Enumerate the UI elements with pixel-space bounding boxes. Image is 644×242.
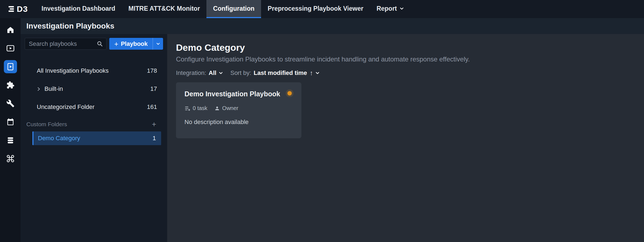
owner-info: Owner — [214, 105, 238, 111]
folder-item-demo-category[interactable]: Demo Category 1 — [32, 131, 161, 145]
folder-list: All Investigation Playbooks 178 Built-in… — [21, 64, 167, 145]
status-dot — [287, 91, 292, 95]
tab-label: MITRE ATT&CK Monitor — [128, 5, 200, 12]
person-icon — [214, 106, 220, 111]
sidebar-item-utilities[interactable] — [0, 94, 21, 112]
tab-configuration[interactable]: Configuration — [206, 0, 261, 18]
category-content: Demo Category Configure Investigation Pl… — [167, 34, 644, 242]
tab-label: Preprocessing Playbook Viewer — [268, 5, 363, 12]
search-box — [25, 38, 107, 50]
sidebar-item-incidents[interactable] — [0, 39, 21, 57]
tasks-icon — [184, 105, 191, 111]
chevron-right-icon[interactable] — [36, 86, 41, 92]
logo-mark-icon — [8, 5, 15, 13]
folder-item-all-investigation-playbooks[interactable]: All Investigation Playbooks 178 — [21, 64, 167, 78]
folder-count: 1 — [153, 135, 156, 142]
tab-label: Configuration — [213, 5, 254, 12]
folder-item-built-in[interactable]: Built-in 17 — [21, 82, 167, 96]
tab-report[interactable]: Report — [370, 0, 411, 18]
new-playbook-button[interactable]: + Playbook — [109, 38, 153, 50]
playbook-card[interactable]: Demo Investigation Playbook 0 task Owner — [176, 82, 301, 138]
chevron-down-icon — [219, 71, 223, 75]
owner-label: Owner — [222, 105, 238, 111]
folder-count: 178 — [147, 67, 157, 74]
category-title: Demo Category — [176, 42, 644, 53]
main-tabs: Investigation Dashboard MITRE ATT&CK Mon… — [35, 0, 410, 18]
playbook-card-title: Demo Investigation Playbook — [184, 90, 280, 98]
icon-sidebar — [0, 18, 21, 242]
plus-icon: + — [114, 41, 118, 47]
playbooks-panel: + Playbook All Investigation Playbooks 1… — [21, 34, 167, 242]
integration-filter-select[interactable]: All — [209, 69, 223, 77]
panel-toolbar: + Playbook — [25, 38, 163, 50]
command-icon — [6, 154, 15, 163]
task-count-label: 0 task — [193, 105, 207, 111]
data-stack-icon — [6, 136, 15, 144]
home-icon — [6, 26, 15, 34]
sidebar-item-data[interactable] — [0, 131, 21, 149]
chevron-down-icon — [315, 71, 320, 75]
new-playbook-split-button: + Playbook — [109, 38, 163, 50]
sort-select[interactable]: Last modified time ↑ — [254, 69, 320, 77]
sort-direction-icon[interactable]: ↑ — [310, 69, 313, 77]
page-title: Investigation Playbooks — [26, 22, 114, 30]
chevron-down-icon — [156, 42, 160, 46]
logo-text: D3 — [17, 4, 28, 14]
search-icon — [97, 41, 103, 47]
playbook-card-description: No description available — [184, 119, 293, 126]
integrations-icon — [6, 81, 15, 89]
folder-label: Built-in — [44, 85, 147, 92]
sidebar-item-integrations[interactable] — [0, 76, 21, 94]
playbook-card-meta: 0 task Owner — [184, 105, 293, 111]
chevron-down-icon — [399, 6, 404, 11]
add-folder-button[interactable]: + — [152, 120, 156, 129]
folder-label: All Investigation Playbooks — [37, 67, 147, 74]
category-subtitle: Configure Investigation Playbooks to str… — [176, 55, 644, 63]
folder-count: 17 — [150, 85, 157, 92]
integration-filter-value: All — [209, 69, 216, 77]
playbook-card-header: Demo Investigation Playbook — [184, 90, 293, 98]
folder-count: 161 — [147, 103, 157, 111]
sort-label: Sort by: — [230, 69, 251, 77]
page-header: Investigation Playbooks — [21, 18, 644, 34]
integration-filter-label: Integration: — [176, 69, 206, 77]
folder-label: Demo Category — [38, 135, 153, 142]
tab-preprocessing-playbook-viewer[interactable]: Preprocessing Playbook Viewer — [261, 0, 370, 18]
sidebar-item-playbooks[interactable] — [0, 57, 21, 76]
sidebar-item-schedule[interactable] — [0, 112, 21, 131]
new-playbook-dropdown-button[interactable] — [153, 38, 163, 50]
folder-label: Uncategorized Folder — [37, 103, 147, 111]
incidents-icon — [6, 44, 15, 53]
sort-value: Last modified time — [254, 69, 307, 77]
custom-folders-label: Custom Folders — [26, 121, 152, 128]
tab-mitre-attck-monitor[interactable]: MITRE ATT&CK Monitor — [122, 0, 207, 18]
search-input[interactable] — [25, 38, 107, 50]
sidebar-item-command[interactable] — [0, 149, 21, 168]
app-logo[interactable]: D3 — [0, 0, 35, 18]
playbooks-icon — [6, 63, 15, 71]
new-playbook-label: Playbook — [121, 40, 148, 47]
sidebar-item-home[interactable] — [0, 21, 21, 39]
tab-label: Investigation Dashboard — [41, 5, 115, 12]
tab-investigation-dashboard[interactable]: Investigation Dashboard — [35, 0, 122, 18]
task-count: 0 task — [184, 105, 207, 111]
filter-bar: Integration: All Sort by: Last modified … — [176, 69, 644, 77]
schedule-icon — [6, 118, 15, 126]
top-navigation: D3 Investigation Dashboard MITRE ATT&CK … — [0, 0, 644, 18]
tab-label: Report — [377, 5, 397, 12]
custom-folders-header: Custom Folders + — [21, 118, 167, 130]
folder-item-uncategorized[interactable]: Uncategorized Folder 161 — [21, 100, 167, 114]
utilities-icon — [6, 99, 15, 108]
